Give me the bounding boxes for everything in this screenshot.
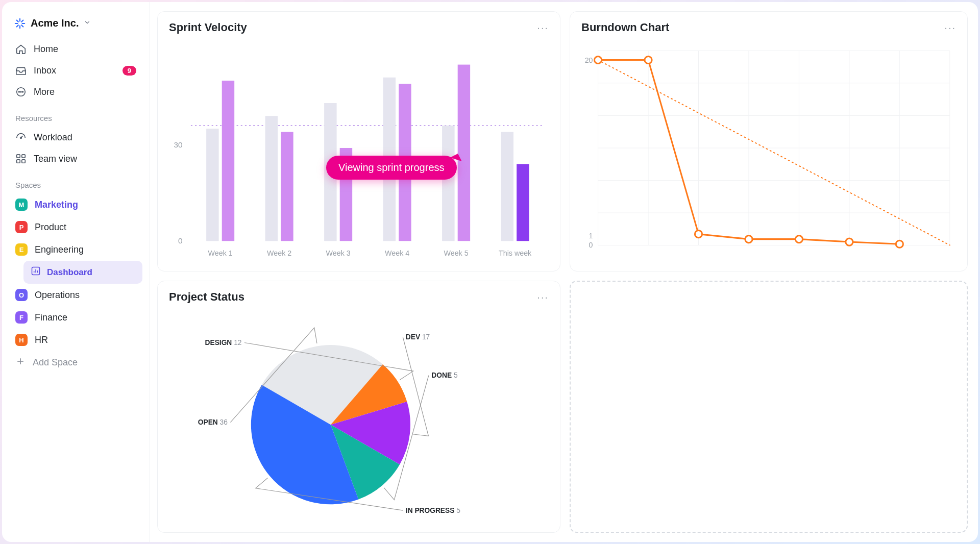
svg-text:DEV 17: DEV 17	[406, 333, 430, 341]
nav-home-label: Home	[34, 44, 58, 55]
svg-rect-41	[501, 132, 513, 241]
svg-point-69	[896, 240, 903, 248]
chevron-down-icon	[84, 19, 91, 28]
space-hr[interactable]: H HR	[9, 329, 142, 351]
svg-point-67	[795, 236, 802, 243]
app-frame: Acme Inc. Home Inbox 9 More Resources Wo…	[2, 2, 978, 542]
velocity-title: Sprint Velocity	[169, 21, 247, 34]
svg-text:0: 0	[178, 236, 183, 245]
card-menu-button[interactable]: ···	[537, 291, 549, 303]
inbox-icon	[15, 65, 27, 76]
svg-rect-29	[265, 116, 278, 241]
svg-rect-30	[281, 132, 293, 241]
nav-more-label: More	[34, 87, 55, 97]
dashboard-icon	[31, 266, 41, 279]
svg-rect-16	[22, 160, 25, 163]
burndown-chart: 0120	[575, 42, 958, 262]
svg-rect-38	[442, 126, 454, 241]
add-space-button[interactable]: Add Space	[9, 351, 142, 374]
svg-line-5	[21, 25, 23, 27]
section-resources: Resources	[9, 103, 142, 127]
inbox-badge: 9	[122, 66, 136, 76]
card-menu-button[interactable]: ···	[537, 22, 549, 34]
svg-point-10	[20, 91, 21, 92]
space-marketing[interactable]: M Marketing	[9, 193, 142, 216]
space-icon: M	[15, 199, 28, 211]
org-switcher[interactable]: Acme Inc.	[9, 14, 142, 38]
svg-rect-27	[222, 81, 234, 241]
empty-widget-slot[interactable]	[570, 281, 968, 533]
svg-point-11	[22, 91, 23, 92]
svg-text:OPEN 36: OPEN 36	[198, 418, 228, 426]
gauge-icon	[15, 132, 27, 143]
space-label: Product	[35, 222, 66, 233]
space-label: Marketing	[35, 200, 78, 210]
svg-text:30: 30	[174, 140, 183, 149]
svg-rect-42	[517, 164, 529, 241]
svg-text:20: 20	[585, 56, 593, 64]
card-status: Project Status ··· DESIGN 12DEV 17DONE 5…	[157, 281, 560, 533]
svg-line-7	[21, 20, 23, 21]
nav-teamview-label: Team view	[34, 154, 77, 164]
sidebar: Acme Inc. Home Inbox 9 More Resources Wo…	[2, 2, 150, 542]
svg-point-9	[18, 91, 19, 92]
space-label: Engineering	[35, 244, 84, 255]
svg-rect-13	[17, 155, 20, 158]
svg-point-66	[745, 236, 752, 243]
space-label: HR	[35, 335, 48, 345]
space-label: Finance	[35, 312, 67, 323]
plus-icon	[15, 356, 26, 369]
svg-text:DESIGN 12: DESIGN 12	[205, 339, 242, 347]
svg-text:Week 4: Week 4	[385, 249, 409, 257]
burndown-title: Burndown Chart	[581, 21, 669, 34]
space-icon: H	[15, 334, 28, 346]
nav-inbox-label: Inbox	[34, 65, 56, 76]
svg-rect-15	[17, 160, 20, 163]
svg-line-62	[598, 60, 950, 245]
svg-text:1: 1	[589, 232, 593, 240]
nav-home[interactable]: Home	[9, 38, 142, 60]
svg-point-68	[846, 238, 853, 245]
card-velocity: Sprint Velocity ··· 030Week 1Week 2Week …	[157, 11, 560, 271]
svg-text:This week: This week	[499, 249, 532, 257]
space-icon: O	[15, 289, 28, 301]
svg-text:0: 0	[589, 241, 593, 250]
subitem-dashboard[interactable]: Dashboard	[23, 261, 142, 284]
status-title: Project Status	[169, 290, 244, 304]
space-operations[interactable]: O Operations	[9, 284, 142, 306]
nav-more[interactable]: More	[9, 81, 142, 103]
space-product[interactable]: P Product	[9, 216, 142, 238]
space-engineering[interactable]: E Engineering	[9, 238, 142, 261]
svg-line-6	[17, 25, 18, 27]
status-chart: DESIGN 12DEV 17DONE 5IN PROGRESS 5OPEN 3…	[167, 317, 551, 523]
nav-inbox[interactable]: Inbox 9	[9, 60, 142, 81]
dashboard-grid: Sprint Velocity ··· 030Week 1Week 2Week …	[150, 2, 978, 542]
annotation-bubble: Viewing sprint progress	[326, 156, 457, 180]
card-menu-button[interactable]: ···	[944, 22, 956, 34]
space-label: Operations	[35, 290, 80, 301]
velocity-chart: 030Week 1Week 2Week 3Week 4Week 5This we…	[164, 43, 551, 262]
svg-text:Week 1: Week 1	[208, 249, 233, 257]
space-icon: P	[15, 221, 28, 233]
svg-text:DONE 5: DONE 5	[431, 372, 458, 379]
grid-icon	[15, 153, 27, 164]
svg-text:Week 3: Week 3	[326, 249, 351, 257]
nav-teamview[interactable]: Team view	[9, 148, 142, 169]
home-icon	[15, 43, 27, 55]
svg-text:IN PROGRESS 5: IN PROGRESS 5	[406, 507, 460, 514]
svg-point-63	[595, 56, 602, 63]
svg-text:Week 5: Week 5	[444, 249, 469, 257]
add-space-label: Add Space	[33, 357, 78, 368]
nav-workload[interactable]: Workload	[9, 127, 142, 148]
nav-workload-label: Workload	[34, 132, 72, 143]
svg-text:Week 2: Week 2	[267, 249, 291, 257]
space-finance[interactable]: F Finance	[9, 306, 142, 329]
subitem-label: Dashboard	[47, 267, 92, 278]
space-icon: F	[15, 311, 28, 324]
space-icon: E	[15, 243, 28, 256]
svg-line-4	[17, 20, 18, 21]
org-name: Acme Inc.	[31, 17, 79, 29]
svg-rect-26	[206, 129, 218, 241]
svg-rect-14	[22, 155, 25, 158]
svg-point-65	[695, 231, 702, 238]
